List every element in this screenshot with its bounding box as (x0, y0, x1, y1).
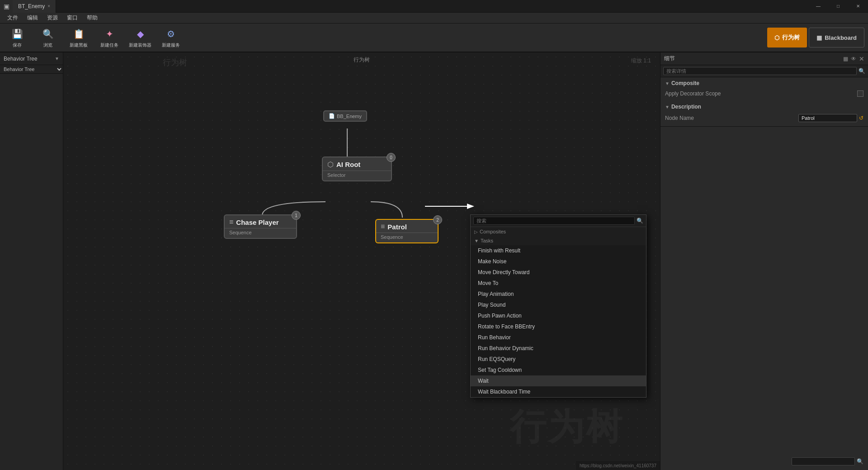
description-section-header[interactable]: ▼ Description (665, 104, 863, 110)
menu-item-窗口[interactable]: 窗口 (63, 13, 81, 23)
ctx-task-rotate-to-face-bbentry[interactable]: Rotate to Face BBEntry (471, 321, 646, 332)
ctx-task-wait-blackboard-time[interactable]: Wait Blackboard Time (471, 386, 646, 397)
ctx-task-run-behavior-dynamic[interactable]: Run Behavior Dynamic (471, 343, 646, 354)
right-panel: 细节 ▦ 👁 ✕ 🔍 ▼ Composite Apply Decorator S (660, 52, 868, 470)
toolbar-btn-new-blackboard[interactable]: 📋新建黑板 (65, 25, 92, 50)
browse-label: 浏览 (43, 42, 52, 48)
ctx-task-set-tag-cooldown[interactable]: Set Tag Cooldown (471, 365, 646, 375)
ctx-task-run-behavior[interactable]: Run Behavior (471, 332, 646, 343)
breadcrumb: 行为树 (354, 56, 370, 64)
status-url: https://blog.csdn.net/weixin_41160737 (580, 463, 656, 468)
toolbar-btn-browse[interactable]: 🔍浏览 (34, 25, 61, 50)
node-name-edit-icon[interactable]: ↺ (859, 115, 863, 121)
behavior-tree-dropdown[interactable]: Behavior Tree (0, 65, 63, 74)
left-panel-header: Behavior Tree ▼ (0, 52, 63, 65)
toolbar-btn-new-service[interactable]: ⚙新建服务 (157, 25, 184, 50)
node-bb-enemy[interactable]: 📄 BB_Enemy (323, 110, 367, 122)
node-name-label: Node Name (665, 115, 694, 121)
tasks-arrow-icon: ▼ (474, 238, 479, 243)
chase-player-icon: ≡ (229, 218, 233, 226)
ctx-category-composites[interactable]: ▷ Composites (471, 227, 646, 236)
maximize-button[interactable]: □ (828, 0, 848, 13)
window-controls: — □ ✕ (808, 0, 868, 13)
toolbar-btn-new-task[interactable]: ✦新建任务 (96, 25, 123, 50)
details-search-icon: 🔍 (859, 68, 865, 74)
ctx-task-play-animation[interactable]: Play Animation (471, 289, 646, 299)
new-decorator-label: 新建装饰器 (129, 42, 151, 48)
ctx-task-move-to[interactable]: Move To (471, 278, 646, 289)
context-search-icon: 🔍 (637, 218, 643, 224)
behavior-tree-btn[interactable]: ⬡行为树 (767, 28, 807, 47)
apply-decorator-scope-label: Apply Decorator Scope (665, 90, 721, 97)
ai-root-icon: ⬡ (327, 160, 334, 169)
chase-player-badge: 1 (292, 211, 301, 220)
left-panel-title: Behavior Tree (4, 56, 38, 62)
bb-enemy-icon: 📄 (329, 113, 335, 119)
node-name-input[interactable] (798, 114, 857, 122)
new-decorator-icon: ◆ (133, 27, 147, 41)
breadcrumb-text: 行为树 (354, 56, 370, 64)
ctx-category-tasks[interactable]: ▼ Tasks (471, 236, 646, 245)
ctx-tasks-list: Finish with ResultMake NoiseMove Directl… (471, 245, 646, 397)
right-bottom-search-input[interactable] (792, 457, 855, 465)
toolbar-btn-save[interactable]: 💾保存 (4, 25, 31, 50)
details-title: 细节 (664, 55, 675, 62)
ctx-task-run-eqsquery[interactable]: Run EQSQuery (471, 354, 646, 365)
tab-label: BT_Enemy (18, 3, 45, 9)
tab-bt-enemy[interactable]: BT_Enemy × (13, 0, 56, 13)
left-panel: Behavior Tree ▼ Behavior Tree (0, 52, 63, 470)
menu-item-编辑[interactable]: 编辑 (24, 13, 42, 23)
apply-decorator-scope-checkbox[interactable] (857, 90, 863, 97)
new-blackboard-label: 新建黑板 (70, 42, 88, 48)
minimize-button[interactable]: — (808, 0, 828, 13)
new-service-icon: ⚙ (164, 27, 178, 41)
chase-player-title: Chase Player (236, 218, 278, 226)
tab-close-button[interactable]: × (47, 4, 50, 9)
description-arrow-icon: ▼ (665, 104, 670, 109)
menu-item-文件[interactable]: 文件 (4, 13, 22, 23)
menu-item-帮助[interactable]: 帮助 (83, 13, 101, 23)
composite-section-header[interactable]: ▼ Composite (665, 80, 863, 86)
ue-logo: ▣ (0, 0, 13, 13)
blackboard-btn[interactable]: ▦Blackboard (809, 28, 864, 47)
ctx-task-move-directly-toward[interactable]: Move Directly Toward (471, 267, 646, 278)
behavior-tree-btn-label: 行为树 (782, 33, 800, 42)
chase-player-subtitle: Sequence (225, 228, 296, 238)
details-close-button[interactable]: ✕ (859, 55, 864, 62)
node-patrol[interactable]: ≡ Patrol Sequence 2 (375, 219, 439, 243)
right-toolbar-buttons: ⬡行为树▦Blackboard (767, 28, 864, 47)
menu-item-资源[interactable]: 资源 (43, 13, 61, 23)
node-chase-player[interactable]: ≡ Chase Player Sequence 1 (224, 214, 297, 239)
ctx-task-push-pawn-action[interactable]: Push Pawn Action (471, 310, 646, 321)
details-search-input[interactable] (663, 67, 857, 75)
title-bar: ▣ BT_Enemy × — □ ✕ (0, 0, 868, 13)
details-search-bar: 🔍 (660, 65, 868, 77)
behavior-tree-btn-icon: ⬡ (774, 34, 779, 41)
toolbar-btn-new-decorator[interactable]: ◆新建装饰器 (127, 25, 154, 50)
save-label: 保存 (13, 42, 22, 48)
new-service-label: 新建服务 (162, 42, 180, 48)
details-eye-icon[interactable]: 👁 (851, 56, 856, 62)
ai-root-title: AI Root (336, 161, 360, 168)
details-grid-icon[interactable]: ▦ (843, 56, 848, 62)
ctx-task-make-noise[interactable]: Make Noise (471, 256, 646, 267)
ctx-task-finish-with-result[interactable]: Finish with Result (471, 245, 646, 256)
ctx-task-play-sound[interactable]: Play Sound (471, 299, 646, 310)
new-task-icon: ✦ (102, 27, 117, 41)
apply-decorator-scope-row: Apply Decorator Scope (665, 89, 863, 98)
node-name-row: Node Name ↺ (665, 113, 863, 123)
context-search-input[interactable] (473, 217, 635, 225)
patrol-title: Patrol (387, 223, 407, 231)
menu-bar: 文件编辑资源窗口帮助 (0, 13, 868, 24)
ai-root-subtitle: Selector (323, 171, 391, 180)
composite-section-label: Composite (671, 80, 699, 86)
blackboard-btn-label: Blackboard (825, 34, 857, 41)
node-ai-root[interactable]: ⬡ AI Root Selector 0 (322, 157, 392, 181)
close-window-button[interactable]: ✕ (848, 0, 868, 13)
composite-arrow-icon: ▼ (665, 81, 670, 86)
ctx-task-wait[interactable]: Wait (471, 375, 646, 386)
canvas-area[interactable]: 📄 BB_Enemy ⬡ AI Root Selector 0 ≡ Chase … (63, 52, 660, 470)
description-section: ▼ Description Node Name ↺ (660, 101, 868, 126)
new-blackboard-icon: 📋 (71, 27, 86, 41)
right-bottom-search-icon: 🔍 (857, 458, 863, 465)
